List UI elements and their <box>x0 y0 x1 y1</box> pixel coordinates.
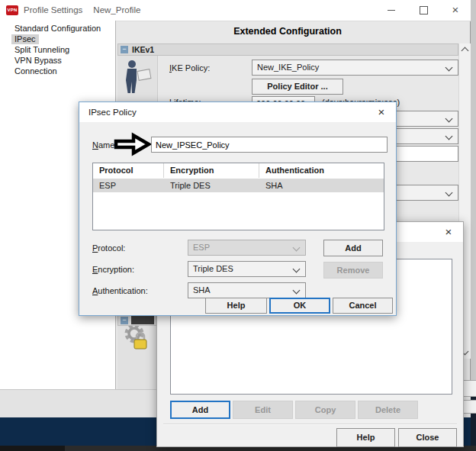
authentication-label: Authentication: <box>92 286 148 295</box>
window-title-text: Profile Settings <box>24 5 82 14</box>
close-icon[interactable]: × <box>442 225 455 238</box>
authentication-value: SHA <box>193 285 211 295</box>
encryption-value: Triple DES <box>193 264 233 273</box>
dialog-titlebar: IPsec Policy × <box>79 102 396 122</box>
chevron-down-icon <box>293 287 301 295</box>
desktop: VPN Profile SettingsNew_Profile × Standa… <box>0 0 476 451</box>
sidebar-item-ipsec[interactable]: IPsec <box>11 34 39 44</box>
minimize-icon[interactable] <box>380 0 403 20</box>
policy-table[interactable]: Protocol Encryption Authentication ESP T… <box>92 163 384 230</box>
policy-editor-button[interactable]: Policy Editor ... <box>252 79 343 95</box>
column-protocol[interactable]: Protocol <box>93 163 164 178</box>
delete-button[interactable]: Delete <box>358 401 418 419</box>
cell-authentication: SHA <box>259 179 384 192</box>
sidebar-item-vpn-bypass[interactable]: VPN Bypass <box>11 56 65 66</box>
annotation-arrow-icon <box>114 132 152 156</box>
help-button[interactable]: Help <box>205 298 267 314</box>
protocol-select: ESP <box>188 240 306 256</box>
collapsed-section-header-partial: − <box>117 314 158 326</box>
chevron-down-icon <box>445 133 453 140</box>
chevron-down-icon <box>445 115 453 123</box>
cell-protocol: ESP <box>93 179 164 192</box>
add-button[interactable]: Add <box>323 240 383 256</box>
page-title: Extended Configuration <box>117 26 458 37</box>
add-button[interactable]: Add <box>170 401 230 419</box>
sidebar-item-standard-configuration[interactable]: Standard Configuration <box>11 24 104 34</box>
ok-button[interactable]: OK <box>269 298 330 314</box>
table-header-row: Protocol Encryption Authentication <box>93 163 384 179</box>
partial-button <box>462 400 476 414</box>
collapse-icon[interactable]: − <box>121 46 128 53</box>
encryption-select[interactable]: Triple DES <box>188 261 306 277</box>
ike-policy-label: IKE Policy: <box>169 63 210 72</box>
chevron-down-icon <box>445 64 453 72</box>
sidebar-list: Standard Configuration IPsec Split Tunne… <box>0 24 115 76</box>
vpn-app-icon: VPN <box>6 5 18 15</box>
collapse-icon[interactable]: − <box>121 317 128 324</box>
partial-button <box>462 380 476 397</box>
covered-section-text <box>131 316 154 324</box>
close-button[interactable]: Close <box>398 428 457 447</box>
remove-button[interactable]: Remove <box>323 262 383 279</box>
ike-policy-person-icon <box>122 59 153 95</box>
ipsec-policy-dialog: IPsec Policy × Name: Protocol Encryption… <box>79 101 397 316</box>
column-encryption[interactable]: Encryption <box>164 163 259 178</box>
chevron-down-icon <box>445 189 453 197</box>
window-title-profile: New_Profile <box>93 5 140 14</box>
ike-policy-value: New_IKE_Policy <box>257 63 319 72</box>
scroll-up-icon[interactable] <box>462 47 469 55</box>
sidebar-item-split-tunneling[interactable]: Split Tunneling <box>11 45 72 55</box>
cancel-button[interactable]: Cancel <box>333 298 393 314</box>
window-titlebar: VPN Profile SettingsNew_Profile × <box>0 0 471 21</box>
name-input[interactable] <box>151 137 388 153</box>
section-ikev1: − IKEv1 <box>117 43 458 56</box>
section-ikev1-label: IKEv1 <box>132 45 154 54</box>
chevron-down-icon <box>293 244 301 252</box>
column-authentication[interactable]: Authentication <box>259 163 384 178</box>
separator <box>163 424 457 425</box>
ipsec-gear-lock-icon <box>122 322 153 353</box>
authentication-select[interactable]: SHA <box>188 282 306 298</box>
help-button[interactable]: Help <box>336 428 395 447</box>
copy-button[interactable]: Copy <box>295 401 355 419</box>
dialog-title: IPsec Policy <box>88 108 137 117</box>
sidebar-item-connection[interactable]: Connection <box>11 66 60 76</box>
edit-button[interactable]: Edit <box>233 401 293 419</box>
close-icon[interactable]: × <box>375 105 388 118</box>
maximize-icon[interactable] <box>412 0 435 20</box>
ike-policy-select[interactable]: New_IKE_Policy <box>252 60 458 76</box>
protocol-label: Protocol: <box>92 243 125 253</box>
protocol-value: ESP <box>193 243 210 252</box>
background-window-edge <box>471 0 476 385</box>
encryption-label: Encryption: <box>92 265 134 274</box>
chevron-down-icon <box>293 266 301 273</box>
cell-encryption: Triple DES <box>164 179 259 192</box>
close-icon[interactable]: × <box>444 0 467 20</box>
window-title: Profile SettingsNew_Profile <box>24 5 140 14</box>
table-row[interactable]: ESP Triple DES SHA <box>93 179 384 192</box>
